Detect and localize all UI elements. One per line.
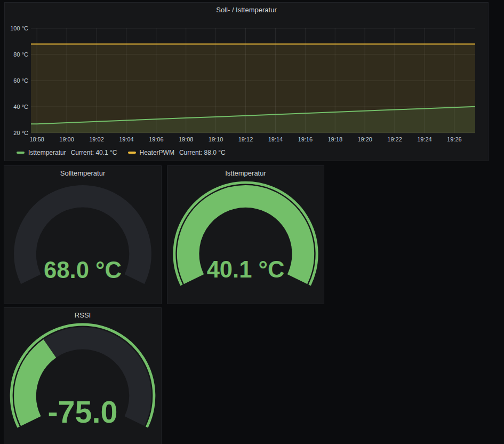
gauge-value-text: 68.0 °C xyxy=(44,257,122,283)
legend-series-name[interactable]: HeaterPWM xyxy=(140,149,174,156)
x-axis-tick-label: 19:08 xyxy=(179,136,194,142)
x-axis-tick-label: 19:18 xyxy=(327,136,342,142)
legend-swatch-isttemperatur xyxy=(17,152,25,154)
y-axis-tick-label: 60 °C xyxy=(13,77,28,84)
legend-series-current-value: Current: 40.1 °C xyxy=(71,149,117,156)
panel-title-timeseries[interactable]: Soll- / Isttemperatur xyxy=(5,3,488,17)
legend-swatch-heaterpwm xyxy=(128,152,136,154)
y-axis-tick-label: 100 °C xyxy=(10,25,28,31)
y-axis-tick-label: 20 °C xyxy=(13,130,28,136)
x-axis-tick-label: 19:26 xyxy=(447,136,462,142)
gauge-value-text: 40.1 °C xyxy=(207,257,285,282)
panel-gauge-solltemperatur: Solltemperatur 68.0 °C xyxy=(4,165,162,304)
timeseries-chart[interactable]: 20 °C40 °C60 °C80 °C100 °C18:5819:0019:0… xyxy=(5,3,488,161)
legend-series-name[interactable]: Isttemperatur xyxy=(28,149,66,156)
x-axis-tick-label: 19:20 xyxy=(357,136,372,142)
panel-gauge-rssi: RSSI -75.0 xyxy=(4,307,162,444)
x-axis-tick-label: 19:10 xyxy=(209,136,223,142)
gauge-isttemperatur: 40.1 °C xyxy=(167,180,324,303)
x-axis-tick-label: 19:14 xyxy=(268,136,283,142)
x-axis-tick-label: 19:12 xyxy=(238,136,253,142)
legend-item-isttemperatur: IsttemperaturCurrent: 40.1 °C xyxy=(17,149,117,156)
chart-legend: IsttemperaturCurrent: 40.1 °CHeaterPWMCu… xyxy=(17,148,226,157)
legend-series-current-value: Current: 88.0 °C xyxy=(179,149,226,156)
panel-timeseries: Soll- / Isttemperatur 20 °C40 °C60 °C80 … xyxy=(4,2,489,161)
x-axis-tick-label: 19:06 xyxy=(149,136,164,142)
panel-gauge-isttemperatur: Isttemperatur 40.1 °C xyxy=(167,165,324,304)
gauge-rssi: -75.0 xyxy=(4,322,161,444)
x-axis-tick-label: 19:00 xyxy=(59,136,74,142)
y-axis-tick-label: 80 °C xyxy=(13,51,28,58)
legend-item-heaterpwm: HeaterPWMCurrent: 88.0 °C xyxy=(128,149,226,156)
panel-title-solltemperatur[interactable]: Solltemperatur xyxy=(4,166,161,180)
panel-title-rssi[interactable]: RSSI xyxy=(4,308,161,322)
y-axis-tick-label: 40 °C xyxy=(13,104,28,110)
panel-title-isttemperatur[interactable]: Isttemperatur xyxy=(167,166,324,180)
gauge-solltemperatur: 68.0 °C xyxy=(4,180,161,303)
x-axis-tick-label: 19:04 xyxy=(119,136,134,142)
x-axis-tick-label: 19:02 xyxy=(89,136,104,142)
x-axis-tick-label: 19:24 xyxy=(417,136,432,142)
gauge-value-arc xyxy=(25,348,50,421)
x-axis-tick-label: 18:58 xyxy=(29,136,44,142)
x-axis-tick-label: 19:16 xyxy=(298,136,313,142)
x-axis-tick-label: 19:22 xyxy=(387,136,402,142)
gauge-value-text: -75.0 xyxy=(47,395,117,429)
